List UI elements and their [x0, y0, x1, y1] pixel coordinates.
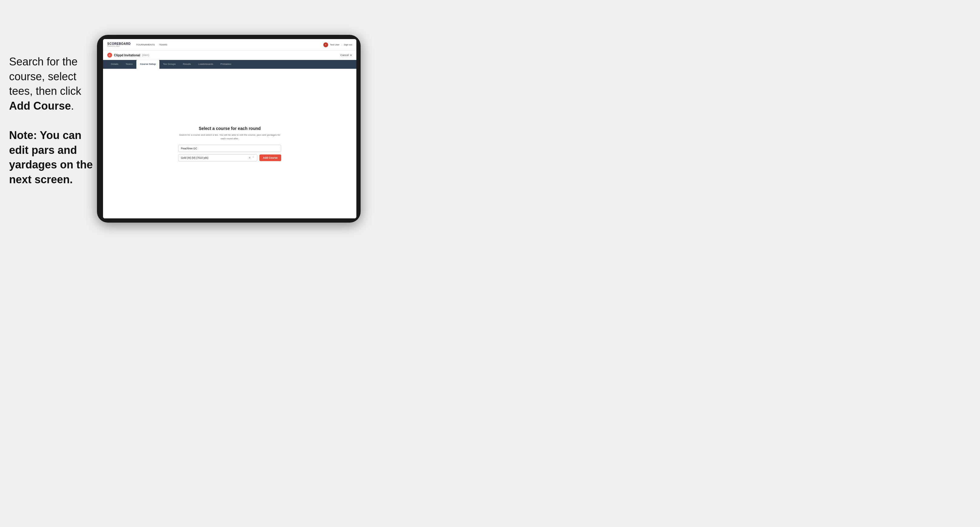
tablet-screen: SCOREBOARD Powered by clippd TOURNAMENTS…: [103, 39, 356, 218]
logo-area: SCOREBOARD Powered by clippd: [107, 43, 130, 47]
tab-teams[interactable]: Teams: [122, 60, 136, 69]
course-search-input[interactable]: [178, 145, 281, 152]
tournament-name: Clippd Invitational: [114, 54, 140, 57]
tournament-title-area: C Clippd Invitational (Men): [107, 53, 149, 57]
pipe: |: [342, 43, 342, 46]
tab-tee-groups[interactable]: Tee Groups: [159, 60, 179, 69]
tab-navigation: Details Teams Course Setup Tee Groups Re…: [103, 60, 356, 69]
cancel-button[interactable]: Cancel ✕: [340, 54, 352, 57]
tablet-device: SCOREBOARD Powered by clippd TOURNAMENTS…: [97, 35, 361, 222]
user-area: T Test User | Sign out: [323, 43, 352, 47]
tee-select-controls: ✕ ⌃: [248, 156, 255, 159]
tab-details[interactable]: Details: [107, 60, 122, 69]
tab-results[interactable]: Results: [179, 60, 194, 69]
nav-teams[interactable]: TEAMS: [159, 43, 167, 47]
nav-links: TOURNAMENTS TEAMS: [136, 43, 323, 47]
add-course-button[interactable]: Add Course: [259, 154, 281, 161]
course-setup-panel: Select a course for each round Search fo…: [178, 126, 281, 162]
annotation-text: Search for the course, select tees, then…: [9, 54, 97, 187]
nav-tournaments[interactable]: TOURNAMENTS: [136, 43, 155, 47]
top-navbar: SCOREBOARD Powered by clippd TOURNAMENTS…: [103, 39, 356, 51]
tournament-header: C Clippd Invitational (Men) Cancel ✕: [103, 51, 356, 60]
cancel-x-icon: ✕: [350, 54, 352, 57]
tee-select-wrapper[interactable]: Gold (M) (M) (7010 yds) ✕ ⌃: [178, 154, 257, 162]
cancel-label: Cancel: [340, 54, 349, 57]
panel-title: Select a course for each round: [178, 126, 281, 131]
tab-leaderboards[interactable]: Leaderboards: [194, 60, 217, 69]
logo-sub: Powered by clippd: [107, 45, 130, 47]
panel-description: Search for a course and select a tee. Yo…: [178, 133, 281, 141]
main-content: Select a course for each round Search fo…: [103, 69, 356, 218]
tab-course-setup[interactable]: Course Setup: [136, 60, 159, 69]
signout-link[interactable]: Sign out: [344, 43, 352, 46]
tee-clear-button[interactable]: ✕: [248, 156, 251, 159]
tee-select-row: Gold (M) (M) (7010 yds) ✕ ⌃ Add Course: [178, 154, 281, 162]
tee-dropdown-icon[interactable]: ⌃: [252, 156, 255, 159]
tournament-gender: (Men): [142, 54, 150, 57]
tee-select-value: Gold (M) (M) (7010 yds): [181, 156, 208, 159]
user-label: Test User: [330, 43, 340, 46]
tournament-icon: C: [107, 53, 112, 57]
user-avatar: T: [323, 43, 328, 47]
tab-printables[interactable]: Printables: [217, 60, 235, 69]
